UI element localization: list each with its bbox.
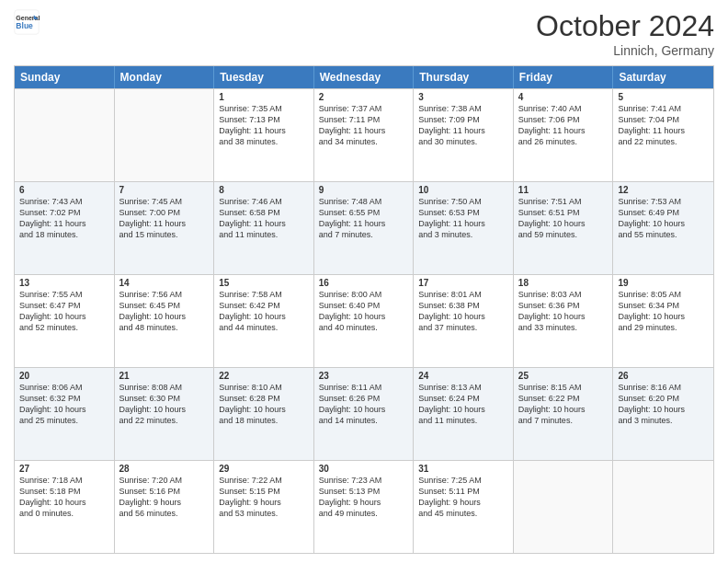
day-info: Sunrise: 7:45 AM Sunset: 7:00 PM Dayligh…: [119, 196, 210, 241]
location: Linnich, Germany: [536, 43, 714, 58]
day-of-week-monday: Monday: [115, 66, 215, 88]
calendar-day-23: 23Sunrise: 8:11 AM Sunset: 6:26 PM Dayli…: [314, 368, 415, 460]
svg-text:Blue: Blue: [16, 21, 33, 30]
calendar-day-31: 31Sunrise: 7:25 AM Sunset: 5:11 PM Dayli…: [414, 461, 514, 553]
calendar-header: SundayMondayTuesdayWednesdayThursdayFrid…: [15, 66, 713, 88]
calendar-day-22: 22Sunrise: 8:10 AM Sunset: 6:28 PM Dayli…: [214, 368, 314, 460]
day-number: 1: [219, 92, 309, 102]
calendar-day-3: 3Sunrise: 7:38 AM Sunset: 7:09 PM Daylig…: [414, 89, 514, 181]
calendar-day-20: 20Sunrise: 8:06 AM Sunset: 6:32 PM Dayli…: [15, 368, 115, 460]
calendar-day-2: 2Sunrise: 7:37 AM Sunset: 7:11 PM Daylig…: [314, 89, 415, 181]
day-info: Sunrise: 8:03 AM Sunset: 6:36 PM Dayligh…: [518, 289, 609, 334]
calendar-row-0: 1Sunrise: 7:35 AM Sunset: 7:13 PM Daylig…: [15, 88, 713, 181]
calendar-day-11: 11Sunrise: 7:51 AM Sunset: 6:51 PM Dayli…: [514, 182, 614, 274]
month-title: October 2024: [536, 9, 714, 43]
day-number: 10: [418, 185, 508, 195]
day-info: Sunrise: 7:41 AM Sunset: 7:04 PM Dayligh…: [618, 103, 709, 148]
day-number: 26: [618, 371, 709, 381]
day-info: Sunrise: 8:13 AM Sunset: 6:24 PM Dayligh…: [418, 382, 508, 427]
calendar-day-1: 1Sunrise: 7:35 AM Sunset: 7:13 PM Daylig…: [214, 89, 314, 181]
day-of-week-saturday: Saturday: [613, 66, 713, 88]
calendar-day-29: 29Sunrise: 7:22 AM Sunset: 5:15 PM Dayli…: [214, 461, 314, 553]
calendar-day-26: 26Sunrise: 8:16 AM Sunset: 6:20 PM Dayli…: [613, 368, 713, 460]
calendar-day-12: 12Sunrise: 7:53 AM Sunset: 6:49 PM Dayli…: [613, 182, 713, 274]
day-number: 19: [618, 278, 709, 288]
day-info: Sunrise: 7:46 AM Sunset: 6:58 PM Dayligh…: [219, 196, 309, 241]
day-of-week-tuesday: Tuesday: [214, 66, 314, 88]
day-info: Sunrise: 7:38 AM Sunset: 7:09 PM Dayligh…: [418, 103, 508, 148]
day-number: 2: [319, 92, 409, 102]
day-number: 6: [19, 185, 109, 195]
day-info: Sunrise: 8:01 AM Sunset: 6:38 PM Dayligh…: [418, 289, 508, 334]
day-info: Sunrise: 7:20 AM Sunset: 5:16 PM Dayligh…: [119, 475, 210, 520]
day-info: Sunrise: 7:35 AM Sunset: 7:13 PM Dayligh…: [219, 103, 309, 148]
day-number: 22: [219, 371, 309, 381]
calendar-day-30: 30Sunrise: 7:23 AM Sunset: 5:13 PM Dayli…: [314, 461, 415, 553]
day-number: 24: [418, 371, 508, 381]
day-number: 30: [319, 464, 409, 474]
calendar-day-4: 4Sunrise: 7:40 AM Sunset: 7:06 PM Daylig…: [514, 89, 614, 181]
logo: General Blue: [14, 9, 40, 35]
day-number: 20: [19, 371, 109, 381]
calendar-row-1: 6Sunrise: 7:43 AM Sunset: 7:02 PM Daylig…: [15, 181, 713, 274]
day-number: 8: [219, 185, 309, 195]
page: General Blue October 2024 Linnich, Germa…: [0, 0, 728, 563]
calendar-row-3: 20Sunrise: 8:06 AM Sunset: 6:32 PM Dayli…: [15, 367, 713, 460]
day-number: 18: [518, 278, 609, 288]
calendar-day-10: 10Sunrise: 7:50 AM Sunset: 6:53 PM Dayli…: [414, 182, 514, 274]
day-of-week-friday: Friday: [514, 66, 614, 88]
day-number: 4: [518, 92, 609, 102]
calendar-day-18: 18Sunrise: 8:03 AM Sunset: 6:36 PM Dayli…: [514, 275, 614, 367]
day-info: Sunrise: 8:11 AM Sunset: 6:26 PM Dayligh…: [319, 382, 409, 427]
calendar-empty-cell: [514, 461, 614, 553]
day-info: Sunrise: 8:05 AM Sunset: 6:34 PM Dayligh…: [618, 289, 709, 334]
day-number: 17: [418, 278, 508, 288]
day-info: Sunrise: 7:25 AM Sunset: 5:11 PM Dayligh…: [418, 475, 508, 520]
calendar-day-14: 14Sunrise: 7:56 AM Sunset: 6:45 PM Dayli…: [115, 275, 215, 367]
calendar-day-5: 5Sunrise: 7:41 AM Sunset: 7:04 PM Daylig…: [613, 89, 713, 181]
header: General Blue October 2024 Linnich, Germa…: [14, 9, 714, 58]
day-info: Sunrise: 7:43 AM Sunset: 7:02 PM Dayligh…: [19, 196, 109, 241]
calendar-day-28: 28Sunrise: 7:20 AM Sunset: 5:16 PM Dayli…: [115, 461, 215, 553]
calendar-day-17: 17Sunrise: 8:01 AM Sunset: 6:38 PM Dayli…: [414, 275, 514, 367]
day-info: Sunrise: 8:00 AM Sunset: 6:40 PM Dayligh…: [319, 289, 409, 334]
generalblue-logo-icon: General Blue: [14, 9, 40, 35]
day-of-week-sunday: Sunday: [15, 66, 115, 88]
day-info: Sunrise: 7:23 AM Sunset: 5:13 PM Dayligh…: [319, 475, 409, 520]
day-info: Sunrise: 8:06 AM Sunset: 6:32 PM Dayligh…: [19, 382, 109, 427]
calendar-day-8: 8Sunrise: 7:46 AM Sunset: 6:58 PM Daylig…: [214, 182, 314, 274]
calendar-body: 1Sunrise: 7:35 AM Sunset: 7:13 PM Daylig…: [15, 88, 713, 553]
day-number: 25: [518, 371, 609, 381]
day-of-week-thursday: Thursday: [414, 66, 514, 88]
day-info: Sunrise: 8:08 AM Sunset: 6:30 PM Dayligh…: [119, 382, 210, 427]
calendar-day-9: 9Sunrise: 7:48 AM Sunset: 6:55 PM Daylig…: [314, 182, 415, 274]
day-number: 29: [219, 464, 309, 474]
day-info: Sunrise: 7:55 AM Sunset: 6:47 PM Dayligh…: [19, 289, 109, 334]
calendar-day-15: 15Sunrise: 7:58 AM Sunset: 6:42 PM Dayli…: [214, 275, 314, 367]
calendar-day-16: 16Sunrise: 8:00 AM Sunset: 6:40 PM Dayli…: [314, 275, 415, 367]
day-number: 28: [119, 464, 210, 474]
day-number: 7: [119, 185, 210, 195]
day-info: Sunrise: 7:22 AM Sunset: 5:15 PM Dayligh…: [219, 475, 309, 520]
calendar-day-27: 27Sunrise: 7:18 AM Sunset: 5:18 PM Dayli…: [15, 461, 115, 553]
calendar: SundayMondayTuesdayWednesdayThursdayFrid…: [14, 65, 714, 554]
calendar-day-21: 21Sunrise: 8:08 AM Sunset: 6:30 PM Dayli…: [115, 368, 215, 460]
day-info: Sunrise: 7:40 AM Sunset: 7:06 PM Dayligh…: [518, 103, 609, 148]
calendar-day-19: 19Sunrise: 8:05 AM Sunset: 6:34 PM Dayli…: [613, 275, 713, 367]
title-block: October 2024 Linnich, Germany: [536, 9, 714, 58]
day-info: Sunrise: 7:50 AM Sunset: 6:53 PM Dayligh…: [418, 196, 508, 241]
day-number: 14: [119, 278, 210, 288]
day-info: Sunrise: 7:48 AM Sunset: 6:55 PM Dayligh…: [319, 196, 409, 241]
day-info: Sunrise: 8:15 AM Sunset: 6:22 PM Dayligh…: [518, 382, 609, 427]
day-number: 23: [319, 371, 409, 381]
calendar-row-2: 13Sunrise: 7:55 AM Sunset: 6:47 PM Dayli…: [15, 274, 713, 367]
day-number: 9: [319, 185, 409, 195]
day-of-week-wednesday: Wednesday: [314, 66, 415, 88]
calendar-day-25: 25Sunrise: 8:15 AM Sunset: 6:22 PM Dayli…: [514, 368, 614, 460]
day-info: Sunrise: 7:53 AM Sunset: 6:49 PM Dayligh…: [618, 196, 709, 241]
day-number: 21: [119, 371, 210, 381]
day-info: Sunrise: 8:10 AM Sunset: 6:28 PM Dayligh…: [219, 382, 309, 427]
day-info: Sunrise: 7:18 AM Sunset: 5:18 PM Dayligh…: [19, 475, 109, 520]
day-info: Sunrise: 7:56 AM Sunset: 6:45 PM Dayligh…: [119, 289, 210, 334]
calendar-empty-cell: [613, 461, 713, 553]
